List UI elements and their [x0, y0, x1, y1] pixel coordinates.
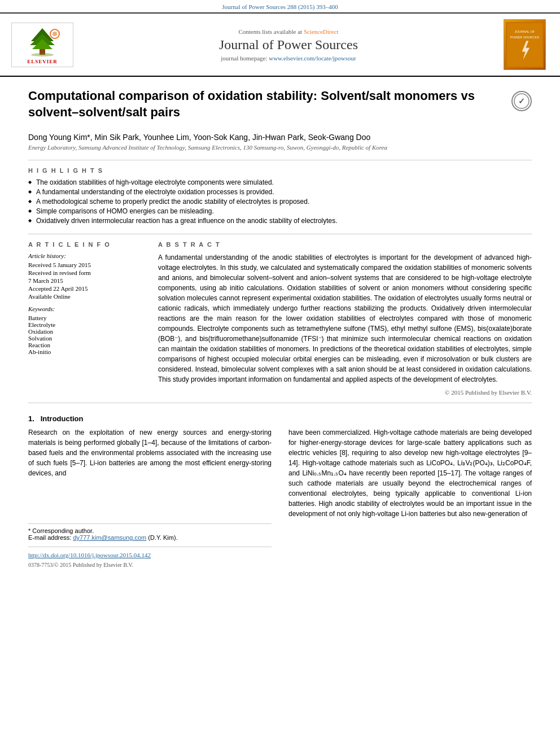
- article-info-label: A R T I C L E I N F O: [28, 241, 141, 248]
- introduction-section: 1. Introduction Research on the exploita…: [28, 414, 532, 568]
- crossmark-icon: ✓: [513, 93, 530, 110]
- issn-line: 0378-7753/© 2015 Published by Elsevier B…: [28, 562, 272, 568]
- footnote-email-link[interactable]: dy777.kim@samsung.com: [73, 534, 146, 541]
- keyword-reaction: Reaction: [28, 342, 141, 348]
- abstract-section: A B S T R A C T A fundamental understand…: [158, 241, 532, 396]
- history-title: Article history:: [28, 252, 141, 259]
- article-title: Computational comparison of oxidation st…: [28, 88, 532, 120]
- contents-line: Contents lists available at ScienceDirec…: [79, 28, 498, 35]
- main-content: ✓ Computational comparison of oxidation …: [0, 77, 560, 579]
- footnote-area: * Corresponding author. E-mail address: …: [28, 523, 272, 568]
- received-date: Received 5 January 2015: [28, 261, 141, 268]
- abstract-text: A fundamental understanding of the anodi…: [158, 252, 532, 385]
- received-revised-label: Received in revised form: [28, 269, 141, 276]
- intro-heading: 1. Introduction: [28, 414, 532, 423]
- sciencedirect-link[interactable]: ScienceDirect: [304, 28, 339, 35]
- affiliation: Energy Laboratory, Samsung Advanced Inst…: [28, 144, 532, 151]
- highlights-list: The oxidation stabilities of high-voltag…: [28, 178, 532, 225]
- footnote-email: E-mail address: dy777.kim@samsung.com (D…: [28, 534, 272, 541]
- keywords-title: Keywords:: [28, 305, 141, 312]
- svg-point-6: [53, 32, 57, 36]
- authors: Dong Young Kim*, Min Sik Park, Younhee L…: [28, 133, 532, 142]
- journal-homepage: journal homepage: www.elsevier.com/locat…: [79, 55, 498, 62]
- crossmark-badge: ✓: [511, 91, 532, 111]
- footnote-star: * Corresponding author.: [28, 527, 272, 534]
- highlight-item: A methodological scheme to properly pred…: [28, 198, 532, 206]
- intro-text-col1: Research on the exploitation of new ener…: [28, 427, 272, 478]
- elsevier-tree-icon: [20, 25, 65, 56]
- journal-cover: JOURNAL OF POWER SOURCES: [504, 19, 549, 70]
- intro-col-2: have been commercialized. High-voltage c…: [288, 427, 532, 568]
- elsevier-brand-text: ELSEVIER: [14, 59, 71, 64]
- article-history: Article history: Received 5 January 2015…: [28, 252, 141, 300]
- keyword-abinitio: Ab-initio: [28, 348, 141, 355]
- article-info-column: A R T I C L E I N F O Article history: R…: [28, 241, 141, 396]
- journal-homepage-link[interactable]: www.elsevier.com/locate/jpowsour: [269, 55, 356, 62]
- intro-col-1: Research on the exploitation of new ener…: [28, 427, 272, 568]
- journal-header: ELSEVIER Contents lists available at Sci…: [0, 14, 560, 77]
- revised-date: 7 March 2015: [28, 277, 141, 284]
- cover-art: JOURNAL OF POWER SOURCES: [506, 21, 544, 69]
- highlight-item: A fundamental understanding of the elect…: [28, 188, 532, 196]
- journal-citation: Journal of Power Sources 288 (2015) 393–…: [222, 3, 338, 10]
- crossmark: ✓: [511, 91, 532, 111]
- keyword-solvation: Solvation: [28, 335, 141, 342]
- doi-link[interactable]: http://dx.doi.org/10.1016/j.jpowsour.201…: [28, 552, 151, 558]
- svg-point-1: [31, 53, 54, 56]
- journal-center: Contents lists available at ScienceDirec…: [79, 28, 498, 62]
- elsevier-logo: ELSEVIER: [11, 23, 73, 67]
- article-body-columns: A R T I C L E I N F O Article history: R…: [28, 241, 532, 396]
- highlights-label: H I G H L I G H T S: [28, 167, 532, 174]
- journal-title: Journal of Power Sources: [79, 37, 498, 53]
- divider-1: [28, 160, 532, 160]
- divider-3: [28, 403, 532, 403]
- doi-section: http://dx.doi.org/10.1016/j.jpowsour.201…: [28, 547, 272, 568]
- keyword-battery: Battery: [28, 314, 141, 321]
- highlight-item: Simple comparisons of HOMO energies can …: [28, 207, 532, 215]
- citation-bar: Journal of Power Sources 288 (2015) 393–…: [0, 0, 560, 14]
- highlights-section: H I G H L I G H T S The oxidation stabil…: [28, 167, 532, 225]
- accepted-date: Accepted 22 April 2015: [28, 285, 141, 292]
- svg-text:✓: ✓: [518, 97, 525, 106]
- journal-cover-image: JOURNAL OF POWER SOURCES: [504, 19, 546, 70]
- keyword-oxidation: Oxidation: [28, 328, 141, 335]
- copyright: © 2015 Published by Elsevier B.V.: [158, 389, 532, 396]
- keywords-section: Keywords: Battery Electrolyte Oxidation …: [28, 305, 141, 355]
- keyword-electrolyte: Electrolyte: [28, 321, 141, 328]
- abstract-label: A B S T R A C T: [158, 241, 532, 248]
- available-online: Available Online: [28, 293, 141, 300]
- svg-text:JOURNAL OF: JOURNAL OF: [514, 29, 535, 33]
- svg-text:POWER SOURCES: POWER SOURCES: [510, 35, 540, 38]
- intro-text-col2: have been commercialized. High-voltage c…: [288, 427, 532, 519]
- intro-columns: Research on the exploitation of new ener…: [28, 427, 532, 568]
- highlight-item: The oxidation stabilities of high-voltag…: [28, 178, 532, 186]
- highlight-item: Oxidatively driven intermolecular reacti…: [28, 217, 532, 225]
- divider-2: [28, 234, 532, 234]
